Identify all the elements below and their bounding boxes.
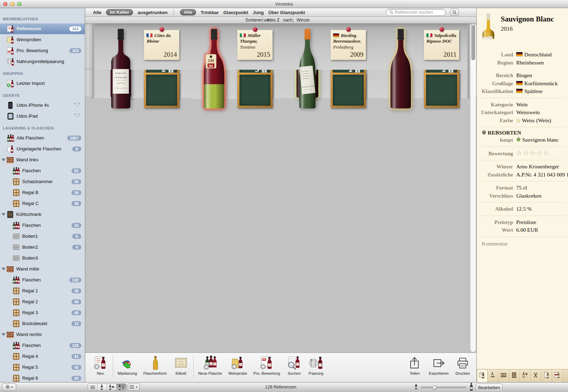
sidebar-item-regal-5[interactable]: Regal 542 [0, 362, 85, 373]
disclosure-triangle[interactable] [1, 158, 6, 161]
filter-glanzpunkt[interactable]: Glanzpunkt [223, 10, 248, 15]
sidebar-item-letzter-import[interactable]: Letzter Import [0, 78, 85, 89]
sidebar-item-flaschen[interactable]: Flaschen10 [0, 220, 85, 231]
sidebar-item-udos-iphone-4s[interactable]: Udos iPhone 4s [0, 100, 85, 111]
sidebar-item-wand-mitte[interactable]: Wand mitte [0, 263, 85, 274]
filter--ber-glanzpunkt[interactable]: Über Glanzpunkt [268, 10, 305, 15]
detail-tab-fridge[interactable] [509, 369, 520, 382]
wine-bottle[interactable]: GM84 [196, 28, 232, 109]
zoom-slider-thumb[interactable] [432, 385, 437, 390]
tb-shape-icon [147, 355, 163, 371]
filter-separator [174, 10, 174, 15]
wine-cell-valpolicella-ripasso-doc[interactable]: Valpolicella Ripasso DOC2011 [374, 24, 467, 109]
disclosure-triangle[interactable] [1, 213, 6, 216]
sort-bar: Sortieren von A bis Z nach: Winzer [85, 17, 476, 24]
toolbar-neu[interactable]: Neu [89, 355, 111, 375]
toolbar-markierung[interactable]: Markierung [114, 355, 140, 375]
zoom-button[interactable] [17, 2, 21, 6]
sidebar-item-ungelagerte-flaschen[interactable]: Ungelagerte Flaschen6 [0, 143, 85, 154]
search-input[interactable]: Referenzen suchen [386, 9, 446, 16]
sidebar-item-wand-rechts[interactable]: Wand rechts [0, 329, 85, 340]
detail-tab-cork[interactable] [531, 369, 542, 382]
sort-field[interactable]: Winzer [299, 18, 308, 23]
filter-ausgetrunken[interactable]: ausgetrunken [138, 10, 168, 15]
wine-cell-riesling-beerenauslese[interactable]: RHEINHESSEN Riesling Beerenauslese, Prob… [281, 24, 374, 109]
toolbar-drucken[interactable]: Drucken [452, 355, 474, 375]
wine-bottle[interactable] [382, 28, 419, 109]
vintage-year: 2009 [350, 50, 363, 59]
sort-order[interactable]: A bis Z [269, 18, 278, 23]
action-gear-button[interactable]: ▼ [2, 384, 16, 391]
detail-tab-page[interactable] [541, 369, 552, 382]
scrollbar-thumb[interactable] [471, 25, 475, 60]
sidebar-item-boden2[interactable]: Boden24 [0, 242, 85, 253]
shelf-row: Prositto, Kurfüstenstück201510038 RHEINH… [85, 24, 476, 109]
scrollbar-track[interactable] [470, 24, 476, 352]
comment-label: Kommentar [480, 237, 565, 247]
close-button[interactable] [3, 2, 7, 6]
toolbar-flaschenform[interactable]: Flaschenform [140, 355, 170, 375]
filter-trinkbar[interactable]: Trinkbar [201, 10, 219, 15]
sidebar-item-boden1[interactable]: Boden16 [0, 231, 85, 242]
sidebar-item-flaschen[interactable]: Flaschen132 [0, 274, 85, 285]
filter-bar: AlleIm KellerausgetrunkenAlleTrinkbarGla… [85, 8, 476, 17]
filter-alle[interactable]: Alle [93, 10, 101, 15]
detail-tab-glass[interactable] [520, 369, 531, 382]
sidebar-item-bocksbeutel[interactable]: Bocksbeutel12 [0, 318, 85, 329]
sidebar-item-regal-1[interactable]: Regal 135 [0, 285, 85, 296]
detail-tab-ref[interactable] [477, 369, 488, 382]
sidebar-item-regal-3[interactable]: Regal 345 [0, 307, 85, 318]
wine-bottle[interactable]: RHEINHESSEN [289, 28, 326, 109]
search-button[interactable] [450, 9, 459, 16]
sidebar-item-regal-b[interactable]: Regal B16 [0, 187, 85, 198]
detail-tab-pro[interactable] [552, 369, 563, 382]
zoom-slider[interactable] [421, 387, 467, 388]
sidebar-item-regal-4[interactable]: Regal 441 [0, 351, 85, 362]
count-badge: 43 [71, 376, 81, 381]
wine-cell-m-ller-thurgau[interactable]: GM84 Müller Thurgau, Trentino2015 [188, 24, 281, 109]
toolbar-neue-flasche[interactable]: Neue Flasche [195, 355, 225, 375]
title-bar: Vinoteka [0, 0, 568, 8]
sidebar-item-wand-links[interactable]: Wand links [0, 154, 85, 165]
sidebar-item-k-hlschrank[interactable]: Kühlschrank [0, 209, 85, 220]
toolbar-etikett[interactable]: EtikettEtikett [170, 355, 192, 375]
minimize-button[interactable] [10, 2, 14, 6]
edit-button[interactable]: Bearbeiten [476, 384, 503, 391]
toolbar-paarung[interactable]: Paarung [305, 355, 327, 375]
wine-cell-c-tes-du-rh-ne[interactable]: DOMAINEJANASSECÔTES DU RHÔNE Côtes du Rh… [94, 24, 188, 109]
sidebar-item-boden3[interactable]: Boden3 [0, 253, 85, 263]
disclosure-triangle[interactable] [1, 268, 6, 270]
toolbar-teilen[interactable]: Teilen [404, 355, 426, 375]
wine-bottle[interactable]: DOMAINEJANASSECÔTES DU RHÔNE [102, 28, 139, 109]
sidebar-item-nahrungsmittelpaarung[interactable]: Nahrungsmittelpaarung [0, 56, 85, 67]
sidebar-item-referenzen[interactable]: Referenzen343 [0, 23, 85, 34]
sidebar-item-alle-flaschen[interactable]: Alle Flaschen1857 [0, 132, 85, 143]
filter-alle[interactable]: Alle [180, 9, 196, 15]
rating-stars[interactable]: ☆☆☆☆☆ [516, 149, 550, 157]
sidebar-item-flaschen[interactable]: Flaschen91 [0, 165, 85, 176]
disclosure-triangle[interactable] [1, 333, 6, 336]
count-badge: 6 [72, 147, 81, 151]
sidebar-item-pro-bewertung[interactable]: PRO Pro. Bewertung103 [0, 45, 85, 56]
grape-icon [516, 137, 521, 143]
sidebar-item-regal-2[interactable]: Regal 240 [0, 296, 85, 307]
filter-jung[interactable]: Jung [253, 10, 264, 15]
sidebar-item-regal-6[interactable]: Regal 643 [0, 373, 85, 382]
sidebar-item-regal-c[interactable]: Regal C49 [0, 198, 85, 209]
sidebar-item-udos-ipad[interactable]: Udos iPad [0, 111, 85, 122]
toolbar-pro-bewertung[interactable]: PROPro. Bewertung [250, 355, 283, 375]
sidebar-item-schatzkammer[interactable]: Schatzkammer26 [0, 176, 85, 187]
toolbar-suchen[interactable]: Suchen [283, 355, 305, 375]
detail-tab-stand[interactable] [488, 369, 499, 382]
detail-tab-wall[interactable] [498, 369, 509, 382]
tasting-icon [6, 36, 15, 44]
toolbar-weinprobe[interactable]: Weinprobe [225, 355, 250, 375]
detail-row-zus-tzliche: ZusätzlicheA.P.Nr. 4 321 043 009 17 [480, 171, 565, 179]
sidebar-item-weinproben[interactable]: Weinproben [0, 34, 85, 45]
eject-icon[interactable] [74, 102, 81, 108]
sidebar-item-flaschen[interactable]: Flaschen126 [0, 340, 85, 351]
eject-icon[interactable] [74, 113, 81, 119]
bottles-icon [12, 221, 20, 230]
filter-im-keller[interactable]: Im Keller [106, 9, 133, 15]
toolbar-exportieren[interactable]: Exportieren [426, 355, 452, 375]
